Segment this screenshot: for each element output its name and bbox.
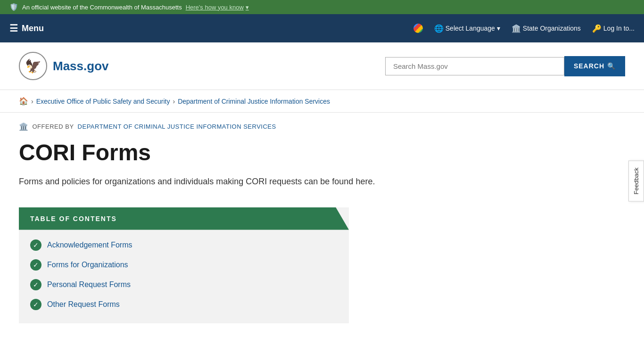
google-translate-icon bbox=[413, 24, 423, 33]
parent-breadcrumb-label: Executive Office of Public Safety and Se… bbox=[36, 98, 170, 105]
toc-item-personal-request-forms[interactable]: ✓ Personal Request Forms bbox=[30, 279, 338, 290]
select-language-button[interactable]: 🌐 Select Language ▾ bbox=[434, 24, 500, 33]
toc-item-label: Acknowledgement Forms bbox=[47, 241, 132, 249]
current-breadcrumb-label: Department of Criminal Justice Informati… bbox=[178, 98, 330, 105]
main-content: 🏛️ OFFERED BY Department of Criminal Jus… bbox=[0, 113, 613, 342]
chevron-down-icon: ▾ bbox=[497, 25, 500, 32]
dept-link[interactable]: Department of Criminal Justice Informati… bbox=[78, 123, 276, 130]
state-organizations-button[interactable]: 🏛️ State Organizations bbox=[512, 24, 581, 33]
search-label: SEARCH bbox=[574, 62, 604, 70]
logo-link[interactable]: 🦅 Mass.gov bbox=[19, 52, 109, 80]
parent-breadcrumb-link[interactable]: Executive Office of Public Safety and Se… bbox=[36, 98, 170, 105]
feedback-tab-wrapper: Feedback bbox=[628, 160, 644, 201]
heres-how-button[interactable]: Here's how you know ▾ bbox=[186, 4, 249, 11]
toc-item-forms-organizations[interactable]: ✓ Forms for Organizations bbox=[30, 259, 338, 271]
dept-icon: 🏛️ bbox=[19, 122, 29, 131]
breadcrumb-sep-2: › bbox=[173, 98, 175, 105]
official-text: An official website of the Commonwealth … bbox=[22, 4, 182, 11]
site-header: 🦅 Mass.gov SEARCH 🔍 bbox=[0, 42, 644, 90]
login-button[interactable]: 🔑 Log In to... bbox=[592, 24, 635, 33]
mass-seal: 🦅 bbox=[19, 52, 47, 80]
chevron-down-icon: ▾ bbox=[246, 4, 249, 11]
nav-right: 🌐 Select Language ▾ 🏛️ State Organizatio… bbox=[413, 24, 635, 33]
menu-button[interactable]: ☰ Menu bbox=[9, 23, 44, 34]
hamburger-icon: ☰ bbox=[9, 23, 18, 34]
toc-item-label: Forms for Organizations bbox=[47, 261, 128, 269]
state-org-label: State Organizations bbox=[523, 25, 581, 32]
search-area: SEARCH 🔍 bbox=[385, 56, 625, 76]
breadcrumb: 🏠 › Executive Office of Public Safety an… bbox=[0, 90, 644, 113]
official-banner: 🛡️ An official website of the Commonweal… bbox=[0, 0, 644, 14]
home-link[interactable]: 🏠 bbox=[19, 97, 28, 106]
breadcrumb-sep-1: › bbox=[31, 98, 33, 105]
page-title: CORI Forms bbox=[19, 140, 594, 165]
toc-chevron-icon: ✓ bbox=[30, 259, 41, 271]
table-of-contents: TABLE OF CONTENTS ✓ Acknowledgement Form… bbox=[19, 207, 349, 323]
toc-body: ✓ Acknowledgement Forms ✓ Forms for Orga… bbox=[19, 230, 349, 323]
shield-icon: 🛡️ bbox=[9, 3, 18, 11]
feedback-tab[interactable]: Feedback bbox=[628, 160, 644, 201]
toc-item-label: Other Request Forms bbox=[47, 300, 120, 309]
main-navigation: ☰ Menu 🌐 Select Language ▾ 🏛️ State Orga… bbox=[0, 14, 644, 42]
toc-chevron-icon: ✓ bbox=[30, 279, 41, 290]
dept-name: Department of Criminal Justice Informati… bbox=[78, 123, 276, 130]
site-logo-text: Mass.gov bbox=[53, 59, 109, 74]
home-icon: 🏠 bbox=[19, 97, 28, 105]
current-breadcrumb-link[interactable]: Department of Criminal Justice Informati… bbox=[178, 98, 330, 105]
building-icon: 🏛️ bbox=[512, 24, 521, 33]
toc-chevron-icon: ✓ bbox=[30, 239, 41, 251]
search-button[interactable]: SEARCH 🔍 bbox=[564, 56, 625, 76]
login-icon: 🔑 bbox=[592, 24, 602, 33]
search-icon: 🔍 bbox=[607, 62, 616, 70]
select-language-label: Select Language bbox=[446, 25, 495, 32]
toc-header: TABLE OF CONTENTS bbox=[19, 207, 349, 230]
toc-item-label: Personal Request Forms bbox=[47, 280, 131, 289]
search-input[interactable] bbox=[385, 57, 564, 75]
offered-by-section: 🏛️ OFFERED BY Department of Criminal Jus… bbox=[19, 122, 594, 131]
offered-by-label: OFFERED BY bbox=[33, 123, 74, 130]
toc-chevron-icon: ✓ bbox=[30, 299, 41, 310]
login-label: Log In to... bbox=[603, 25, 635, 32]
toc-item-acknowledgement-forms[interactable]: ✓ Acknowledgement Forms bbox=[30, 239, 338, 251]
globe-icon: 🌐 bbox=[434, 24, 444, 33]
heres-how-label: Here's how you know bbox=[186, 4, 244, 11]
toc-item-other-request-forms[interactable]: ✓ Other Request Forms bbox=[30, 299, 338, 310]
page-subtitle: Forms and policies for organizations and… bbox=[19, 175, 594, 189]
menu-label: Menu bbox=[22, 24, 44, 33]
